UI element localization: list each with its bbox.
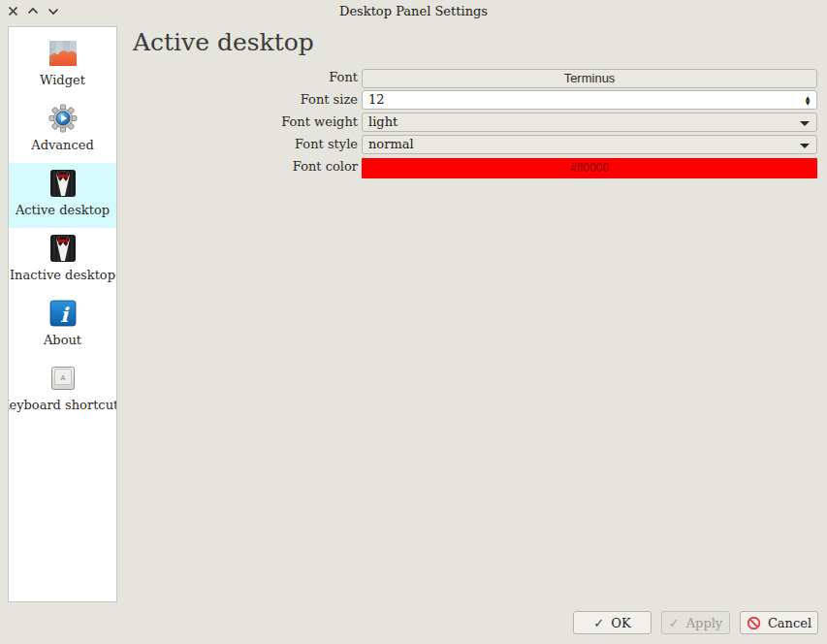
dropdown-arrow-icon [800,121,810,126]
font-size-row: Font size 12 ▲ ▼ [0,90,827,110]
sidebar-item-keyboard-shortcuts[interactable]: A Keyboard shortcuts [9,358,116,423]
font-button[interactable]: Terminus [362,69,817,88]
font-size-input[interactable]: 12 [362,90,817,110]
check-icon: ✓ [593,616,604,630]
widget-chart-icon [48,38,79,69]
font-style-value: normal [368,137,414,151]
font-row: Font Terminus [0,68,827,87]
window-title: Desktop Panel Settings [0,4,827,18]
prohibition-icon [747,616,761,630]
font-weight-row: Font weight light [0,113,827,132]
ok-button[interactable]: ✓ OK [573,611,652,634]
font-weight-value: light [368,114,398,129]
settings-form: Font Terminus Font size 12 ▲ ▼ Font weig… [0,68,827,180]
cancel-button-label: Cancel [768,616,811,630]
dropdown-arrow-icon [800,144,810,148]
font-weight-select[interactable]: light [362,113,817,132]
font-label: Font [0,68,360,87]
font-style-row: Font style normal [0,135,827,154]
sidebar-item-label: Inactive desktop [10,268,115,282]
ok-button-label: OK [611,616,630,630]
sidebar-item-about[interactable]: i About [9,293,116,358]
apply-button[interactable]: ✓ Apply [661,611,730,634]
titlebar: Desktop Panel Settings [0,0,827,23]
font-color-row: Font color #ff0000 [0,157,827,177]
info-icon: i [48,298,79,329]
font-style-select[interactable]: normal [362,135,817,154]
font-color-label: Font color [0,157,360,177]
sidebar-item-label: About [44,333,81,347]
sidebar-item-label: Keyboard shortcuts [8,398,117,412]
apply-button-label: Apply [686,616,723,630]
svg-text:A: A [60,374,65,382]
font-style-label: Font style [0,135,360,154]
check-icon: ✓ [669,616,680,630]
font-color-button[interactable]: #ff0000 [362,158,817,178]
page-title: Active desktop [133,28,314,56]
tuxedo-icon [48,233,79,264]
font-size-spinner[interactable]: ▲ ▼ [802,91,813,109]
sidebar-item-label: Active desktop [16,203,110,217]
keyboard-key-icon: A [48,363,79,394]
footer-buttons: ✓ OK ✓ Apply Cancel [573,611,818,634]
sidebar-item-inactive-desktop[interactable]: Inactive desktop [9,228,116,293]
font-size-label: Font size [0,90,360,110]
cancel-button[interactable]: Cancel [740,611,818,634]
font-weight-label: Font weight [0,113,360,132]
spin-down-icon[interactable]: ▼ [806,100,811,105]
